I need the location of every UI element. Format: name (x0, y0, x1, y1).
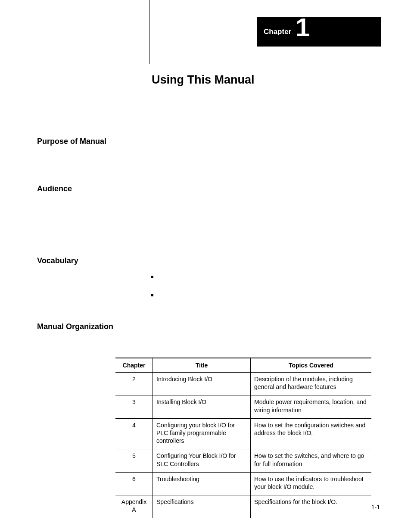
page-number: 1-1 (371, 504, 380, 510)
chapter-badge: Chapter 1 (257, 17, 381, 47)
table-row: Appendix A Specifications Specifications… (115, 495, 371, 518)
chapter-label: Chapter (264, 28, 291, 36)
table-row: 6 Troubleshooting How to use the indicat… (115, 472, 371, 495)
cell-chapter: 2 (115, 373, 153, 395)
organization-table: Chapter Title Topics Covered 2 Introduci… (115, 358, 371, 518)
table-header-row: Chapter Title Topics Covered (115, 358, 371, 373)
cell-title: Configuring Your Block I/O for SLC Contr… (153, 449, 251, 472)
cell-chapter: Appendix A (115, 495, 153, 518)
section-heading-purpose: Purpose of Manual (37, 137, 106, 146)
bullet-icon (151, 276, 153, 278)
section-heading-organization: Manual Organization (37, 322, 113, 331)
table-row: 2 Introducing Block I/O Description of t… (115, 373, 371, 395)
cell-chapter: 5 (115, 449, 153, 472)
cell-title: Installing Block I/O (153, 395, 251, 418)
cell-topics: How to set the configuration switches an… (251, 418, 372, 449)
cell-topics: Description of the modules, including ge… (251, 373, 372, 395)
cell-topics: Specifications for the block I/O. (251, 495, 372, 518)
chapter-number: 1 (296, 15, 310, 40)
bullet-icon (151, 294, 153, 296)
table-row: 3 Installing Block I/O Module power requ… (115, 395, 371, 418)
cell-title: Specifications (153, 495, 251, 518)
table-row: 4 Configuring your block I/O for PLC fam… (115, 418, 371, 449)
cell-topics: How to use the indicators to troubleshoo… (251, 472, 372, 495)
table-row: 5 Configuring Your Block I/O for SLC Con… (115, 449, 371, 472)
section-heading-vocabulary: Vocabulary (37, 256, 78, 265)
th-title: Title (153, 358, 251, 373)
th-topics: Topics Covered (251, 358, 372, 373)
cell-chapter: 4 (115, 418, 153, 449)
cell-topics: Module power requirements, location, and… (251, 395, 372, 418)
cell-title: Introducing Block I/O (153, 373, 251, 395)
section-heading-audience: Audience (37, 184, 72, 193)
cell-title: Troubleshooting (153, 472, 251, 495)
th-chapter: Chapter (115, 358, 153, 373)
vertical-rule (149, 0, 149, 64)
cell-title: Configuring your block I/O for PLC famil… (153, 418, 251, 449)
chapter-title: Using This Manual (152, 73, 255, 87)
cell-topics: How to set the switches, and where to go… (251, 449, 372, 472)
cell-chapter: 6 (115, 472, 153, 495)
cell-chapter: 3 (115, 395, 153, 418)
